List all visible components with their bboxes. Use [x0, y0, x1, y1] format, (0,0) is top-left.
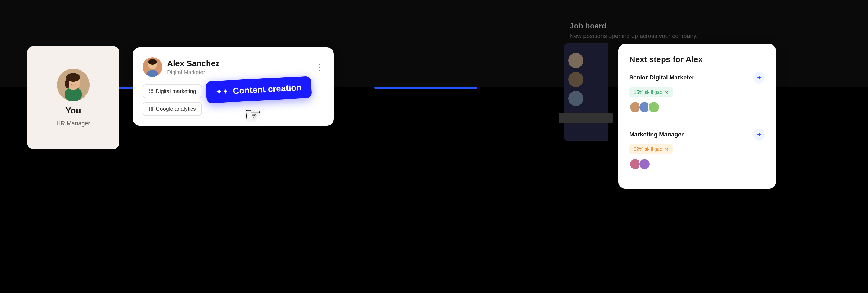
- skill-label-google-analytics: Google analytics: [156, 106, 196, 112]
- role-avatars-manager: [629, 158, 765, 170]
- you-name: You: [65, 106, 81, 116]
- you-card: You HR Manager: [27, 46, 119, 149]
- sidebar-avatar-1: [568, 53, 584, 68]
- external-link-icon: [664, 91, 669, 94]
- role-arrow-manager[interactable]: [753, 128, 765, 141]
- skill-tag-google-analytics[interactable]: Google analytics: [143, 102, 202, 116]
- skill-icon-4: [149, 107, 153, 111]
- job-board-title: Job board: [569, 22, 698, 30]
- svg-point-8: [148, 59, 157, 65]
- role-item-manager: Marketing Manager 32% skill gap: [629, 128, 765, 178]
- skill-icon: [149, 89, 153, 94]
- content-creation-label: Content creation: [232, 83, 302, 96]
- skill-gap-text-manager: 32% skill gap: [633, 146, 662, 152]
- role-avatar-person-3: [648, 101, 660, 113]
- svg-point-4: [65, 79, 69, 88]
- job-board-subtitle: New positions opening up across your com…: [569, 33, 698, 39]
- you-role: HR Manager: [56, 120, 90, 127]
- next-steps-title: Next steps for Alex: [629, 55, 765, 64]
- progress-bar-right: [374, 87, 477, 89]
- role-header-senior: Senior Digital Marketer: [629, 71, 765, 84]
- role-header-manager: Marketing Manager: [629, 128, 765, 141]
- more-options-button[interactable]: ⋮: [316, 63, 324, 71]
- role-avatar-person-5: [639, 158, 650, 170]
- skill-tag-digital-marketing[interactable]: Digital marketing: [143, 84, 202, 98]
- role-name-manager: Marketing Manager: [629, 131, 684, 138]
- alex-info: Alex Sanchez Digital Marketer: [143, 57, 219, 77]
- next-steps-card: Next steps for Alex Senior Digital Marke…: [618, 44, 776, 188]
- skill-gap-badge-manager: 32% skill gap: [629, 144, 673, 154]
- skill-gap-text-senior: 15% skill gap: [633, 90, 662, 95]
- sidebar-rectangle: [559, 113, 613, 123]
- you-avatar: [57, 69, 90, 101]
- sidebar-avatar-3: [568, 91, 584, 106]
- role-name-senior: Senior Digital Marketer: [629, 74, 694, 81]
- alex-name-group: Alex Sanchez Digital Marketer: [167, 59, 219, 76]
- role-item-senior: Senior Digital Marketer 15% skill gap: [629, 71, 765, 121]
- cursor-icon: ☞: [244, 103, 262, 126]
- external-link-icon-2: [664, 148, 669, 151]
- role-arrow-senior[interactable]: [753, 71, 765, 84]
- sidebar-avatar-2: [568, 72, 584, 87]
- skill-gap-badge-senior: 15% skill gap: [629, 87, 673, 97]
- role-avatars-senior: [629, 101, 765, 113]
- alex-header: Alex Sanchez Digital Marketer ⋮: [143, 57, 324, 77]
- job-board-section: Job board New positions opening up acros…: [569, 22, 698, 39]
- skill-label-digital-marketing: Digital marketing: [156, 88, 196, 94]
- alex-job-title: Digital Marketer: [167, 69, 219, 76]
- alex-name: Alex Sanchez: [167, 59, 219, 68]
- star-icon: ✦✦: [216, 87, 229, 96]
- alex-avatar: [143, 57, 162, 77]
